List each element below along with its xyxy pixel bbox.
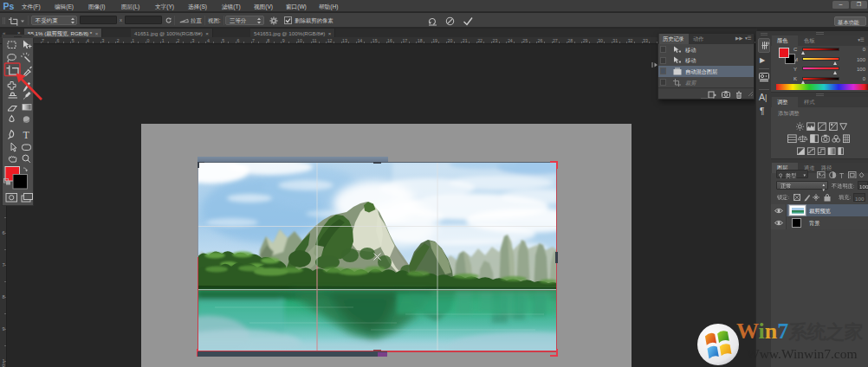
svg-text:T: T	[23, 129, 30, 141]
svg-text:T: T	[839, 171, 844, 179]
